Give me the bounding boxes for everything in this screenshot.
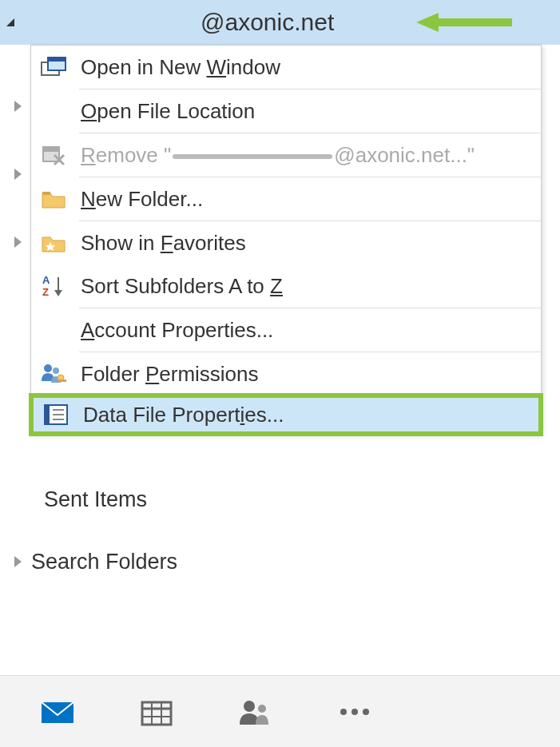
svg-point-34 <box>363 709 369 715</box>
menu-item-show-favorites[interactable]: Show in Favorites <box>31 221 541 264</box>
tree-item-search-folders[interactable]: Search Folders <box>0 542 560 582</box>
chevron-right-icon[interactable] <box>14 101 22 112</box>
collapse-triangle-icon[interactable] <box>6 18 14 26</box>
svg-rect-9 <box>42 192 50 195</box>
svg-marker-14 <box>54 290 62 296</box>
menu-label: Show in Favorites <box>71 231 246 256</box>
permissions-icon <box>36 356 71 391</box>
folder-icon <box>36 181 71 217</box>
menu-label: Sort Subfolders A to Z <box>71 274 283 299</box>
svg-rect-4 <box>48 58 66 62</box>
svg-point-16 <box>53 368 59 374</box>
menu-item-remove: Remove "@axonic.net..." <box>31 133 541 177</box>
svg-rect-25 <box>142 702 171 725</box>
menu-label: Open File Location <box>71 99 255 124</box>
svg-point-31 <box>258 705 266 713</box>
menu-label: Open in New Window <box>71 55 280 80</box>
blank-icon <box>36 312 71 348</box>
windows-overlap-icon <box>36 50 71 85</box>
people-icon[interactable] <box>238 694 273 729</box>
menu-label: Folder Permissions <box>71 362 259 387</box>
arrow-annotation-icon <box>416 10 512 34</box>
svg-point-33 <box>351 709 358 715</box>
chevron-right-icon[interactable] <box>14 169 22 180</box>
menu-label: Data File Properties... <box>73 403 284 427</box>
sort-az-icon: A Z <box>36 268 71 304</box>
chevron-right-icon[interactable] <box>14 556 22 567</box>
menu-item-data-file-properties[interactable]: Data File Properties... <box>29 393 543 436</box>
menu-item-new-folder[interactable]: New Folder... <box>31 177 541 221</box>
redacted-text <box>173 154 332 159</box>
favorite-folder-icon <box>36 225 71 260</box>
menu-item-open-new-window[interactable]: Open in New Window <box>31 46 541 89</box>
svg-marker-1 <box>416 13 439 32</box>
bottom-nav-bar <box>0 675 560 747</box>
svg-rect-18 <box>58 379 66 382</box>
tree-label: Search Folders <box>31 550 177 574</box>
chevron-right-icon[interactable] <box>14 236 22 248</box>
svg-text:A: A <box>42 274 50 286</box>
menu-label: New Folder... <box>71 187 203 212</box>
svg-rect-6 <box>43 147 59 152</box>
calendar-icon[interactable] <box>139 694 174 729</box>
svg-point-32 <box>340 709 347 715</box>
svg-rect-20 <box>45 405 50 424</box>
menu-label: Remove "@axonic.net..." <box>71 143 475 168</box>
remove-calendar-icon <box>36 137 71 173</box>
background-tree <box>14 72 31 276</box>
menu-label: Account Properties... <box>71 318 273 343</box>
blank-icon <box>36 93 71 129</box>
menu-item-account-properties[interactable]: Account Properties... <box>31 308 541 352</box>
account-label: @axonic.net <box>201 9 334 36</box>
account-header[interactable]: @axonic.net <box>0 0 560 45</box>
menu-item-sort-subfolders[interactable]: A Z Sort Subfolders A to Z <box>31 264 541 308</box>
menu-item-folder-permissions[interactable]: Folder Permissions <box>31 352 541 395</box>
menu-item-open-file-location[interactable]: Open File Location <box>31 89 541 133</box>
more-icon[interactable] <box>337 694 372 729</box>
list-properties-icon <box>38 397 73 432</box>
svg-point-15 <box>44 364 52 372</box>
svg-point-30 <box>244 701 255 712</box>
mail-icon[interactable] <box>40 694 75 729</box>
context-menu: Open in New Window Open File Location Re… <box>30 45 542 435</box>
tree-label: Sent Items <box>44 487 147 512</box>
tree-item-sent-items[interactable]: Sent Items <box>0 479 560 519</box>
svg-text:Z: Z <box>42 286 49 298</box>
